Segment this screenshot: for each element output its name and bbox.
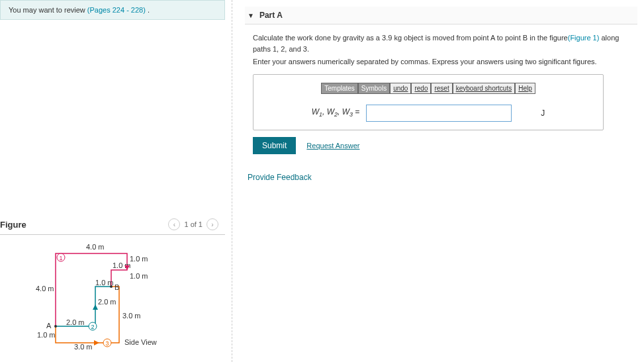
fig-lbl-tr2: 1.0 m — [130, 272, 148, 280]
svg-point-4 — [110, 285, 113, 288]
fig-n1: 1 — [60, 255, 63, 261]
figure-svg: 4.0 m 1.0 m 1.0 m 1.0 m 1.0 m B 4.0 m 2.… — [26, 242, 199, 354]
fig-lbl-top: 4.0 m — [86, 243, 105, 251]
fig-n3: 3 — [106, 340, 109, 347]
fig-lbl-B: B — [115, 283, 119, 291]
reset-button[interactable]: reset — [431, 83, 452, 94]
answer-box: Templates Symbols undo redo reset keyboa… — [253, 74, 604, 130]
fig-lbl-30: 3.0 m — [122, 312, 141, 320]
svg-marker-7 — [94, 340, 99, 345]
fig-n2: 2 — [91, 324, 95, 330]
fig-lbl-left: 4.0 m — [36, 285, 54, 293]
pages-link[interactable]: (Pages 224 - 228) — [87, 6, 146, 14]
review-suffix: . — [146, 6, 150, 14]
column-divider — [232, 0, 232, 362]
fig-lbl-30b: 3.0 m — [74, 343, 93, 351]
svg-point-3 — [54, 325, 57, 328]
figure-prev-button[interactable]: ‹ — [168, 218, 180, 230]
fig-lbl-20b: 2.0 m — [66, 318, 85, 326]
instr1-a: Calculate the work done by gravity as a … — [253, 34, 568, 42]
fig-lbl-bl: 1.0 m — [37, 331, 56, 339]
part-title: Part A — [259, 11, 283, 20]
fig-side-view: Side View — [124, 338, 157, 346]
fig-lbl-tr1: 1.0 m — [130, 255, 148, 263]
submit-button[interactable]: Submit — [253, 137, 296, 154]
help-button[interactable]: Help — [515, 83, 535, 94]
undo-button[interactable]: undo — [390, 83, 411, 94]
instruction-1: Calculate the work done by gravity as a … — [253, 32, 629, 54]
figure-title: Figure — [0, 220, 26, 230]
symbols-button[interactable]: Symbols — [358, 83, 390, 94]
part-header[interactable]: ▼ Part A — [245, 7, 637, 24]
figure-nav: ‹ 1 of 1 › — [168, 218, 218, 230]
figure-nav-text: 1 of 1 — [184, 220, 203, 228]
figure-section: Figure ‹ 1 of 1 › 4.0 m 1.0 m 1.0 m 1.0 … — [0, 218, 225, 361]
review-hint: You may want to review (Pages 224 - 228)… — [0, 0, 225, 20]
figure-body: 4.0 m 1.0 m 1.0 m 1.0 m 1.0 m B 4.0 m 2.… — [0, 235, 225, 361]
answer-unit: J — [518, 109, 545, 118]
instruction-2: Enter your answers numerically separated… — [253, 56, 629, 68]
keyboard-button[interactable]: keyboard shortcuts — [453, 83, 516, 94]
answer-toolbar: Templates Symbols undo redo reset keyboa… — [261, 83, 595, 94]
caret-down-icon: ▼ — [248, 12, 254, 19]
figure-next-button[interactable]: › — [207, 218, 218, 230]
figure-link[interactable]: (Figure 1) — [568, 34, 600, 42]
templates-button[interactable]: Templates — [321, 83, 358, 94]
redo-button[interactable]: redo — [411, 83, 431, 94]
request-answer-link[interactable]: Request Answer — [306, 142, 359, 150]
fig-lbl-A: A — [46, 322, 52, 330]
fig-lbl-20a: 2.0 m — [98, 298, 116, 306]
answer-input[interactable] — [366, 105, 512, 122]
svg-marker-6 — [93, 304, 98, 310]
provide-feedback-link[interactable]: Provide Feedback — [248, 173, 312, 182]
review-prefix: You may want to review — [9, 6, 87, 14]
answer-lhs: W1, W2, W3 = — [312, 107, 360, 118]
